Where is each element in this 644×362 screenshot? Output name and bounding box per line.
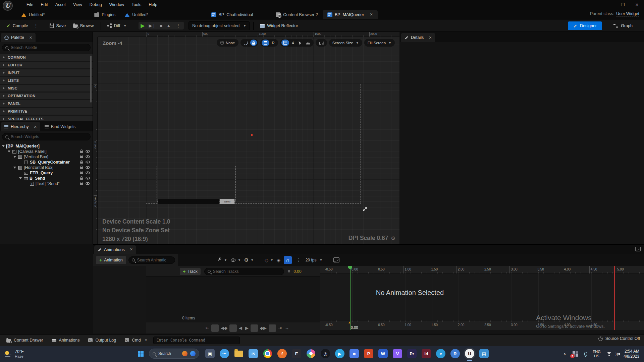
animation-search-input[interactable] xyxy=(137,258,172,262)
edge-icon[interactable]: e xyxy=(436,349,445,358)
taskbar-search[interactable]: Search xyxy=(149,349,199,359)
tab-bind-widgets[interactable]: Bind Widgets xyxy=(41,122,79,131)
track-search-input[interactable] xyxy=(213,269,281,274)
output-log-button[interactable]: >_ Output Log xyxy=(85,336,119,344)
tab-palette[interactable]: Palette ✕ xyxy=(1,33,36,42)
palette-category-panel[interactable]: PANEL xyxy=(0,100,93,107)
browse-button[interactable]: Browse xyxy=(70,21,97,30)
close-icon[interactable]: ✕ xyxy=(429,36,432,40)
debug-object-dropdown[interactable]: No debug object selected▼ xyxy=(189,21,250,30)
expand-arrow-icon[interactable] xyxy=(3,56,5,59)
playback-options-button[interactable]: ⚙ ▼ xyxy=(244,257,254,263)
photos-app-icon[interactable] xyxy=(306,349,316,358)
align-button[interactable] xyxy=(262,40,269,46)
localization-preview-button[interactable]: None xyxy=(217,39,238,47)
obs-icon[interactable]: ◎ xyxy=(321,349,330,358)
lock-icon[interactable] xyxy=(80,162,83,164)
epic-games-icon[interactable]: E xyxy=(292,349,301,358)
stop-button[interactable]: ■ xyxy=(160,23,162,28)
tab-hierarchy[interactable]: Hierarchy ✕ xyxy=(1,122,40,131)
tab-bp-chatindividual-3[interactable]: BP_ChatIndividual xyxy=(207,10,258,19)
firefox-icon[interactable]: f xyxy=(277,349,287,358)
curve-editor-button[interactable] xyxy=(333,257,339,262)
hierarchy-item-canvas-panel[interactable]: [Canvas Panel] xyxy=(0,149,93,154)
stop-button[interactable] xyxy=(269,324,276,332)
volume-icon[interactable]: ) ) xyxy=(618,352,618,356)
expand-arrow-icon[interactable] xyxy=(3,102,5,105)
file-explorer-icon[interactable] xyxy=(234,349,244,358)
designer-canvas[interactable]: Zoom -4 None R 4 xyxy=(98,37,399,244)
unreal-logo-icon[interactable]: U xyxy=(3,1,13,11)
lock-icon[interactable] xyxy=(80,151,83,153)
jump-to-front-button[interactable]: ⇤ xyxy=(205,325,210,330)
lock-icon[interactable] xyxy=(80,156,83,158)
expand-arrow-icon[interactable] xyxy=(19,177,22,179)
source-control-status[interactable]: Source Control Off xyxy=(598,336,640,341)
step-back-button[interactable] xyxy=(229,324,237,332)
expand-arrow-icon[interactable] xyxy=(3,110,5,113)
play-reverse-button[interactable]: ◀ xyxy=(238,325,243,330)
menu-edit[interactable]: Edit xyxy=(37,1,52,9)
tab-content-browser-2-4[interactable]: Content Browser 2 xyxy=(271,10,323,19)
curves-icon[interactable] xyxy=(635,247,641,251)
menu-file[interactable]: File xyxy=(23,1,37,9)
close-icon[interactable]: ✕ xyxy=(130,247,133,252)
expand-arrow-icon[interactable] xyxy=(3,118,5,120)
compile-options-button[interactable]: ⋮ xyxy=(33,23,40,28)
visibility-eye-icon[interactable] xyxy=(86,150,90,153)
powerpoint-icon[interactable]: P xyxy=(364,349,373,358)
timeline-range-ruler[interactable]: -0.500.501.001.502.002.503.003.504.004.5… xyxy=(320,320,644,330)
tab-untitled-2[interactable]: Untitled* xyxy=(120,10,153,19)
menu-asset[interactable]: Asset xyxy=(52,1,69,9)
language-switcher[interactable]: ENGUS xyxy=(593,350,601,358)
cursor-tool-button[interactable] xyxy=(297,40,303,46)
expand-arrow-icon[interactable] xyxy=(3,64,5,66)
screen-size-dropdown[interactable]: Screen Size▼ xyxy=(329,39,362,47)
menu-help[interactable]: Help xyxy=(145,1,161,9)
frame-skip-button[interactable]: ▶❘ xyxy=(149,23,156,28)
desktop-app-icon[interactable]: ▣ xyxy=(205,349,215,358)
palette-scrollbar[interactable] xyxy=(90,56,92,103)
content-drawer-button[interactable]: Content Drawer xyxy=(3,336,46,344)
keyframe-options-button[interactable]: ◇ ▼ xyxy=(265,257,273,263)
animation-search[interactable] xyxy=(128,256,175,264)
expand-arrow-icon[interactable] xyxy=(13,167,16,169)
tray-overflow-button[interactable]: ∧ xyxy=(563,352,566,356)
current-time-display[interactable]: 0.00 xyxy=(293,269,301,274)
expand-arrow-icon[interactable] xyxy=(3,79,5,82)
eject-button[interactable]: ▲ xyxy=(166,23,171,28)
previous-key-button[interactable]: ◀◆ xyxy=(220,325,228,330)
add-animation-button[interactable]: + Animation xyxy=(96,256,126,264)
word-icon[interactable]: W xyxy=(378,349,388,358)
snap-button[interactable]: ∩ xyxy=(284,256,292,264)
add-track-button[interactable]: + Track xyxy=(180,268,201,275)
expand-arrow-icon[interactable] xyxy=(3,71,5,74)
flip-preview-button[interactable] xyxy=(317,40,326,46)
tab-untitled-0[interactable]: Untitled* xyxy=(17,10,49,19)
track-search[interactable] xyxy=(204,268,284,275)
palette-category-common[interactable]: COMMON xyxy=(0,54,93,61)
grid-snap-size[interactable]: 4 xyxy=(290,40,296,46)
gear-icon[interactable]: ⚙ xyxy=(391,235,395,241)
snap-options-button[interactable]: ⋮ xyxy=(295,257,302,262)
expand-arrow-icon[interactable] xyxy=(2,145,5,147)
timeline-ruler[interactable]: -0.500.000.501.001.502.002.503.003.504.0… xyxy=(320,266,644,274)
fill-screen-dropdown[interactable]: Fill Screen▼ xyxy=(364,39,395,47)
unreal-editor-icon[interactable]: U xyxy=(465,349,474,358)
hierarchy-item-b-send[interactable]: B_Send xyxy=(0,176,93,181)
tab-bp-maiquerier-5[interactable]: BP_MAIQuerier✕ xyxy=(323,10,378,19)
expand-arrow-icon[interactable] xyxy=(8,150,10,153)
visibility-eye-icon[interactable] xyxy=(86,155,90,158)
palette-category-lists[interactable]: LISTS xyxy=(0,77,93,84)
parent-class-link[interactable]: User Widget xyxy=(616,11,639,16)
marquee-select-button[interactable] xyxy=(242,40,250,46)
visibility-eye-icon[interactable] xyxy=(86,161,90,164)
mail-app-icon[interactable]: ✉ xyxy=(249,349,258,358)
record-button[interactable] xyxy=(211,324,219,332)
wifi-icon[interactable] xyxy=(606,352,612,356)
widget-reflector-button[interactable]: Widget Reflector xyxy=(257,21,301,30)
visual-studio-icon[interactable]: V xyxy=(393,349,402,358)
premiere-icon[interactable]: Pr xyxy=(407,349,417,358)
notepad-icon[interactable]: ▤ xyxy=(479,349,489,358)
chrome-icon[interactable] xyxy=(263,349,272,358)
